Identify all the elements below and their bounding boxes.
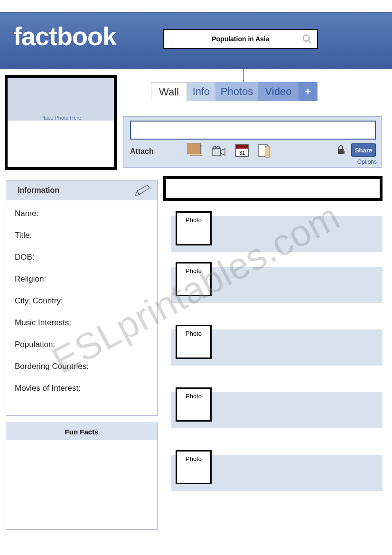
post-photo-label: Photo — [186, 455, 202, 462]
svg-rect-6 — [338, 149, 344, 154]
post-photo-label: Photo — [186, 267, 202, 274]
profile-photo-bg — [8, 78, 114, 121]
fun-facts-panel: Fun Facts — [6, 423, 158, 530]
post-photo-box[interactable]: Photo — [176, 262, 212, 296]
photo-attach-icon[interactable] — [190, 145, 202, 156]
wall-post: Photo — [171, 329, 383, 366]
video-attach-icon[interactable] — [212, 146, 226, 155]
wall-post: Photo — [171, 267, 383, 303]
svg-line-9 — [137, 191, 139, 195]
attach-label: Attach — [130, 147, 154, 156]
svg-line-1 — [308, 40, 311, 43]
search-text: Population in Asia — [212, 35, 270, 43]
composer-panel: Attach 31 Share Options — [123, 116, 382, 168]
information-header-text: Information — [18, 186, 59, 195]
tab-photos[interactable]: Photos — [215, 82, 258, 101]
field-title: Title: — [15, 231, 149, 240]
post-photo-label: Photo — [186, 216, 202, 224]
search-box[interactable]: Population in Asia — [163, 29, 318, 49]
site-logo: factbook — [13, 21, 116, 51]
calendar-attach-icon[interactable]: 31 — [235, 144, 249, 157]
calendar-day: 31 — [236, 150, 248, 156]
field-dob: DOB: — [15, 253, 149, 262]
information-header: Information — [6, 180, 157, 200]
search-icon[interactable] — [302, 34, 312, 44]
svg-rect-2 — [212, 149, 221, 155]
tab-video[interactable]: Video — [258, 82, 299, 101]
information-panel: Information Name: Title: DOB: Religion: … — [6, 180, 158, 416]
tab-wall[interactable]: Wall — [151, 82, 187, 101]
edit-pencil-icon[interactable] — [134, 184, 150, 197]
fun-facts-header: Fun Facts — [6, 423, 157, 440]
header-divider-tick — [243, 69, 244, 84]
note-attach-icon[interactable] — [258, 144, 268, 157]
field-name: Name: — [15, 209, 149, 218]
header-bar: factbook Population in Asia — [0, 12, 392, 69]
wall-post: Photo — [171, 455, 383, 491]
field-music: Music Interests: — [15, 318, 149, 328]
composer-input[interactable] — [130, 121, 376, 140]
profile-tabs: Wall Info Photos Video + — [151, 82, 317, 101]
information-fields: Name: Title: DOB: Religion: City, Countr… — [6, 200, 157, 393]
svg-marker-8 — [135, 185, 149, 196]
post-photo-label: Photo — [186, 330, 202, 337]
field-population: Population: — [15, 340, 149, 349]
profile-photo-placeholder-text: Place Photo Here — [8, 115, 114, 121]
post-photo-box[interactable]: Photo — [176, 387, 212, 422]
svg-point-0 — [303, 35, 309, 41]
wall-post: Photo — [171, 392, 383, 428]
field-movies: Movies of Interest: — [15, 384, 149, 393]
attach-icons-row: 31 — [190, 144, 268, 157]
tab-info[interactable]: Info — [187, 82, 215, 101]
field-religion: Religion: — [15, 274, 149, 284]
profile-photo-box[interactable]: Place Photo Here — [5, 75, 117, 170]
post-photo-box[interactable]: Photo — [176, 325, 212, 359]
post-photo-box[interactable]: Photo — [176, 211, 212, 245]
name-heading-box[interactable] — [163, 176, 383, 201]
tab-add[interactable]: + — [299, 82, 317, 101]
share-button[interactable]: Share — [351, 143, 376, 157]
post-photo-label: Photo — [186, 393, 202, 400]
options-link[interactable]: Options — [357, 159, 377, 165]
svg-marker-3 — [221, 149, 225, 155]
field-city-country: City, Country: — [15, 296, 149, 306]
privacy-lock-icon[interactable] — [337, 145, 345, 155]
wall-post: Photo — [171, 216, 383, 252]
post-photo-box[interactable]: Photo — [176, 450, 212, 484]
field-bordering: Bordering Countries: — [15, 362, 149, 371]
